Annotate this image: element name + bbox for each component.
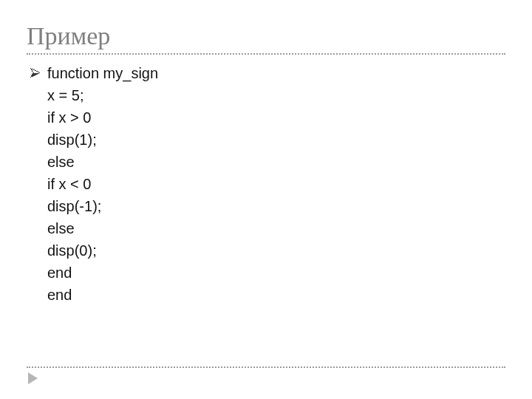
code-line: end bbox=[47, 284, 158, 306]
code-line: disp(-1); bbox=[47, 195, 158, 217]
bullet-item: ⮚ function my_sign x = 5; if x > 0 disp(… bbox=[30, 62, 505, 306]
code-block: function my_sign x = 5; if x > 0 disp(1)… bbox=[47, 62, 158, 306]
content-area: ⮚ function my_sign x = 5; if x > 0 disp(… bbox=[27, 62, 505, 306]
code-line: else bbox=[47, 217, 158, 239]
code-line: disp(0); bbox=[47, 239, 158, 262]
code-line: if x < 0 bbox=[47, 173, 158, 195]
code-line: x = 5; bbox=[47, 84, 158, 106]
footer bbox=[27, 366, 505, 384]
bullet-glyph: ⮚ bbox=[30, 62, 47, 85]
title-divider bbox=[27, 53, 505, 55]
code-line: if x > 0 bbox=[47, 106, 158, 129]
slide-title: Пример bbox=[27, 22, 505, 50]
footer-divider bbox=[27, 366, 505, 368]
code-line: disp(1); bbox=[47, 129, 158, 151]
slide: Пример ⮚ function my_sign x = 5; if x > … bbox=[0, 0, 532, 399]
code-line: function my_sign bbox=[47, 62, 158, 84]
code-line: end bbox=[47, 262, 158, 284]
code-line: else bbox=[47, 151, 158, 173]
next-arrow-icon bbox=[28, 372, 38, 384]
